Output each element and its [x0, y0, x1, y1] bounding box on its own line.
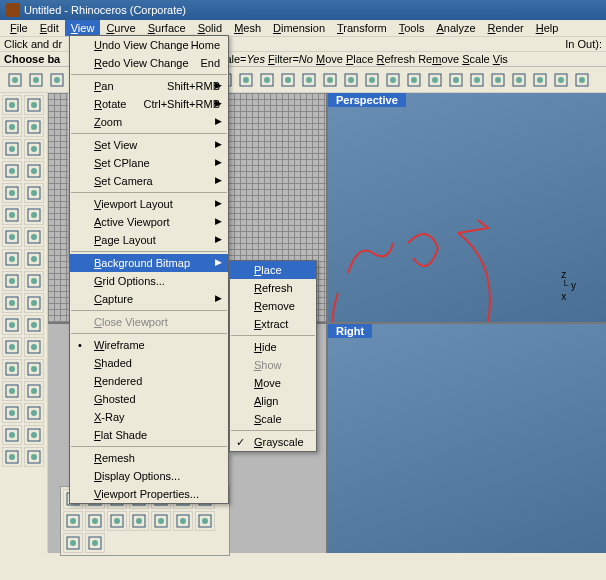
- hatch-icon[interactable]: [24, 293, 44, 313]
- polyline-icon[interactable]: [2, 139, 22, 159]
- offset-icon[interactable]: [24, 381, 44, 401]
- trim-icon[interactable]: [24, 315, 44, 335]
- open-icon[interactable]: [27, 71, 45, 89]
- rotate3d-icon[interactable]: [2, 425, 22, 445]
- point-icon[interactable]: [2, 117, 22, 137]
- render-icon[interactable]: [573, 71, 591, 89]
- rect-icon[interactable]: [2, 183, 22, 203]
- menu-item-align[interactable]: Align: [230, 392, 316, 410]
- o-icon[interactable]: [63, 533, 83, 553]
- h-icon[interactable]: [63, 511, 83, 531]
- menu-item-move[interactable]: Move: [230, 374, 316, 392]
- i-icon[interactable]: [85, 511, 105, 531]
- menu-dimension[interactable]: Dimension: [267, 20, 331, 36]
- menu-item-zoom[interactable]: Zoom▶: [70, 113, 228, 131]
- menu-item-undo-view-change[interactable]: Undo View ChangeHome: [70, 36, 228, 54]
- menu-item-remove[interactable]: Remove: [230, 297, 316, 315]
- menu-item-remesh[interactable]: Remesh: [70, 449, 228, 467]
- lock-icon[interactable]: [510, 71, 528, 89]
- cplane-icon[interactable]: [468, 71, 486, 89]
- polygon-icon[interactable]: [24, 183, 44, 203]
- l-icon[interactable]: [151, 511, 171, 531]
- menu-solid[interactable]: Solid: [192, 20, 228, 36]
- new-icon[interactable]: [6, 71, 24, 89]
- bool-icon[interactable]: [2, 315, 22, 335]
- save-icon[interactable]: [48, 71, 66, 89]
- fillet-icon[interactable]: [24, 359, 44, 379]
- menu-item-capture[interactable]: Capture▶: [70, 290, 228, 308]
- menu-transform[interactable]: Transform: [331, 20, 393, 36]
- globe-icon[interactable]: [405, 71, 423, 89]
- sphere-icon[interactable]: [447, 71, 465, 89]
- menu-item-shaded[interactable]: Shaded: [70, 354, 228, 372]
- menu-surface[interactable]: Surface: [142, 20, 192, 36]
- viewport-perspective[interactable]: Perspective z└ yx: [328, 93, 606, 322]
- menu-item-viewport-layout[interactable]: Viewport Layout▶: [70, 195, 228, 213]
- menu-item-background-bitmap[interactable]: Background Bitmap▶: [70, 254, 228, 272]
- align3d-icon[interactable]: [24, 447, 44, 467]
- menu-item-x-ray[interactable]: X-Ray: [70, 408, 228, 426]
- viewport-right[interactable]: Right: [328, 324, 606, 553]
- layer-icon[interactable]: [552, 71, 570, 89]
- array-icon[interactable]: [2, 403, 22, 423]
- k-icon[interactable]: [129, 511, 149, 531]
- zoom-sel-icon[interactable]: [300, 71, 318, 89]
- menu-item-flat-shade[interactable]: Flat Shade: [70, 426, 228, 444]
- viewport-label[interactable]: Right: [328, 324, 372, 338]
- cone-icon[interactable]: [24, 249, 44, 269]
- menu-item-set-camera[interactable]: Set Camera▶: [70, 172, 228, 190]
- menu-item-pan[interactable]: PanShift+RMB▶: [70, 77, 228, 95]
- pipe-icon[interactable]: [2, 271, 22, 291]
- line-icon[interactable]: [24, 117, 44, 137]
- menu-item-rotate[interactable]: RotateCtrl+Shift+RMB▶: [70, 95, 228, 113]
- menu-mesh[interactable]: Mesh: [228, 20, 267, 36]
- menu-file[interactable]: File: [4, 20, 34, 36]
- zoom-extents-icon[interactable]: [279, 71, 297, 89]
- car-icon[interactable]: [426, 71, 444, 89]
- menu-item-set-cplane[interactable]: Set CPlane▶: [70, 154, 228, 172]
- box-icon[interactable]: [2, 227, 22, 247]
- m-icon[interactable]: [173, 511, 193, 531]
- menu-analyze[interactable]: Analyze: [430, 20, 481, 36]
- grid-icon[interactable]: [363, 71, 381, 89]
- arc-icon[interactable]: [24, 161, 44, 181]
- menu-item-place[interactable]: Place: [230, 261, 316, 279]
- text-icon[interactable]: [24, 271, 44, 291]
- menu-view[interactable]: View: [65, 20, 101, 36]
- curve-icon[interactable]: [24, 139, 44, 159]
- split-icon[interactable]: [2, 337, 22, 357]
- menu-item-grid-options-[interactable]: Grid Options...: [70, 272, 228, 290]
- menu-item-viewport-properties-[interactable]: Viewport Properties...: [70, 485, 228, 503]
- explode-icon[interactable]: [2, 359, 22, 379]
- menu-item-page-layout[interactable]: Page Layout▶: [70, 231, 228, 249]
- j-icon[interactable]: [107, 511, 127, 531]
- menu-item-wireframe[interactable]: •Wireframe: [70, 336, 228, 354]
- viewport-label[interactable]: Perspective: [328, 93, 406, 107]
- dim-icon[interactable]: [2, 293, 22, 313]
- lasso-icon[interactable]: [24, 95, 44, 115]
- menu-item-redo-view-change[interactable]: Redo View ChangeEnd: [70, 54, 228, 72]
- join-icon[interactable]: [24, 337, 44, 357]
- menu-item-scale[interactable]: Scale: [230, 410, 316, 428]
- menu-item-hide[interactable]: Hide: [230, 338, 316, 356]
- zoom-dynamic-icon[interactable]: [258, 71, 276, 89]
- menu-item-refresh[interactable]: Refresh: [230, 279, 316, 297]
- key-icon[interactable]: [489, 71, 507, 89]
- plane-icon[interactable]: [24, 205, 44, 225]
- scale3d-icon[interactable]: [24, 425, 44, 445]
- menu-edit[interactable]: Edit: [34, 20, 65, 36]
- ellipse-icon[interactable]: [2, 205, 22, 225]
- chamfer-icon[interactable]: [2, 381, 22, 401]
- menu-item-rendered[interactable]: Rendered: [70, 372, 228, 390]
- circle-icon[interactable]: [2, 161, 22, 181]
- menu-item-display-options-[interactable]: Display Options...: [70, 467, 228, 485]
- menu-item-set-view[interactable]: Set View▶: [70, 136, 228, 154]
- cyl-icon[interactable]: [2, 249, 22, 269]
- sphere-icon[interactable]: [24, 227, 44, 247]
- mirror-icon[interactable]: [24, 403, 44, 423]
- move3d-icon[interactable]: [2, 447, 22, 467]
- n-icon[interactable]: [195, 511, 215, 531]
- menu-render[interactable]: Render: [482, 20, 530, 36]
- menu-item-grayscale[interactable]: ✓Grayscale: [230, 433, 316, 451]
- zoom-target-icon[interactable]: [342, 71, 360, 89]
